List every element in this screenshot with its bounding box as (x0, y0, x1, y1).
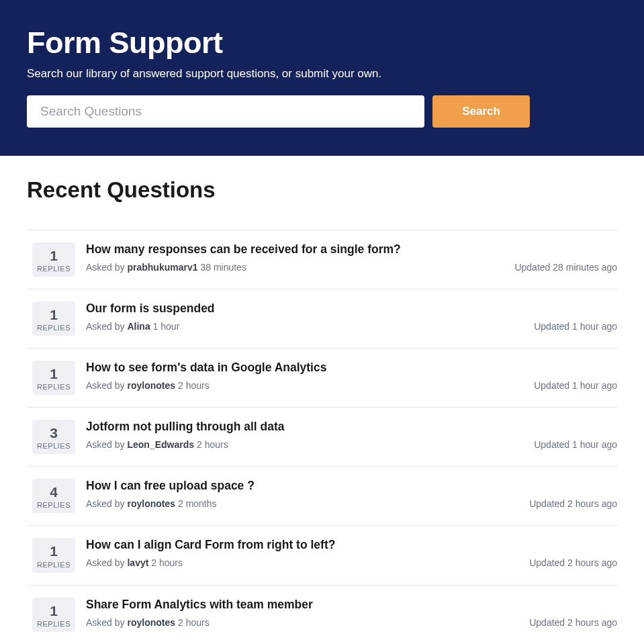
updated-label: Updated (534, 321, 569, 332)
updated-label: Updated (534, 439, 569, 450)
asked-by: Asked by roylonotes 2 hours (86, 617, 210, 628)
replies-badge: 3REPLIES (32, 420, 75, 454)
replies-label: REPLIES (32, 620, 75, 628)
asked-by: Asked by lavyt 2 hours (86, 557, 183, 568)
author-name[interactable]: roylonotes (127, 380, 175, 391)
question-meta: Asked by roylonotes 2 hoursUpdated 2 hou… (86, 617, 617, 628)
asked-ago: 38 minutes (200, 262, 246, 273)
asked-by-label: Asked by (86, 617, 125, 628)
question-title[interactable]: How many responses can be received for a… (86, 242, 617, 257)
asked-ago: 1 hour (153, 321, 180, 332)
asked-by: Asked by Alina 1 hour (86, 321, 179, 332)
question-body: How can I align Card Form from right to … (86, 538, 617, 568)
question-meta: Asked by lavyt 2 hoursUpdated 2 hours ag… (86, 557, 617, 568)
question-body: How many responses can be received for a… (86, 242, 617, 273)
question-list: 1REPLIESHow many responses can be receiv… (27, 230, 617, 644)
asked-ago: 2 months (178, 498, 217, 509)
asked-ago: 2 hours (178, 380, 210, 391)
asked-ago: 2 hours (197, 439, 228, 450)
question-meta: Asked by roylonotes 2 hoursUpdated 1 hou… (86, 380, 617, 391)
question-title[interactable]: How I can free upload space ? (86, 479, 617, 493)
asked-ago: 2 hours (178, 617, 210, 628)
replies-label: REPLIES (32, 501, 75, 509)
replies-label: REPLIES (32, 324, 75, 332)
search-button[interactable]: Search (432, 95, 530, 128)
page-subtitle: Search our library of answered support q… (27, 67, 617, 81)
updated-value: 1 hour ago (572, 380, 617, 391)
updated-ago: Updated 1 hour ago (534, 439, 617, 450)
question-row[interactable]: 1REPLIESHow can I align Card Form from r… (27, 526, 617, 585)
question-body: Jotform not pulling through all dataAske… (86, 420, 617, 450)
replies-badge: 4REPLIES (32, 479, 75, 513)
asked-by-label: Asked by (86, 498, 125, 509)
question-title[interactable]: How can I align Card Form from right to … (86, 538, 617, 552)
question-row[interactable]: 1REPLIESHow many responses can be receiv… (27, 230, 617, 289)
asked-by-label: Asked by (86, 321, 125, 332)
updated-ago: Updated 1 hour ago (534, 321, 617, 332)
question-body: How to see form's data in Google Analyti… (86, 361, 617, 391)
search-input[interactable] (27, 95, 424, 128)
replies-count: 1 (32, 603, 75, 618)
updated-value: 1 hour ago (572, 439, 617, 450)
author-name[interactable]: roylonotes (127, 498, 175, 509)
replies-badge: 1REPLIES (32, 598, 75, 632)
question-meta: Asked by Leon_Edwards 2 hoursUpdated 1 h… (86, 439, 617, 450)
question-row[interactable]: 4REPLIESHow I can free upload space ?Ask… (27, 467, 617, 526)
author-name[interactable]: Leon_Edwards (127, 439, 194, 450)
question-title[interactable]: Jotform not pulling through all data (86, 420, 617, 434)
question-body: Our form is suspendedAsked by Alina 1 ho… (86, 302, 617, 332)
replies-badge: 1REPLIES (32, 242, 75, 277)
updated-value: 2 hours ago (567, 617, 617, 628)
asked-by: Asked by Leon_Edwards 2 hours (86, 439, 228, 450)
replies-count: 3 (32, 425, 75, 441)
asked-by-label: Asked by (86, 439, 125, 450)
question-title[interactable]: Share Form Analytics with team member (86, 598, 617, 612)
updated-ago: Updated 2 hours ago (529, 498, 617, 509)
replies-badge: 1REPLIES (32, 302, 75, 336)
updated-label: Updated (529, 557, 565, 568)
replies-label: REPLIES (32, 383, 75, 391)
replies-count: 1 (32, 248, 75, 263)
page-title: Form Support (27, 26, 617, 60)
updated-label: Updated (534, 380, 569, 391)
updated-ago: Updated 1 hour ago (534, 380, 617, 391)
replies-label: REPLIES (32, 442, 75, 450)
updated-label: Updated (529, 498, 565, 509)
question-row[interactable]: 3REPLIESJotform not pulling through all … (27, 408, 617, 467)
replies-count: 1 (32, 366, 75, 381)
updated-ago: Updated 2 hours ago (529, 557, 617, 568)
updated-label: Updated (529, 617, 565, 628)
question-body: Share Form Analytics with team memberAsk… (86, 598, 617, 628)
updated-ago: Updated 28 minutes ago (514, 262, 617, 273)
asked-by: Asked by prabhukumarv1 38 minutes (86, 262, 246, 273)
updated-value: 1 hour ago (572, 321, 617, 332)
author-name[interactable]: prabhukumarv1 (127, 262, 197, 273)
asked-by-label: Asked by (86, 262, 125, 273)
question-row[interactable]: 1REPLIESShare Form Analytics with team m… (27, 586, 617, 644)
question-meta: Asked by prabhukumarv1 38 minutesUpdated… (86, 262, 617, 273)
recent-questions-heading: Recent Questions (27, 177, 617, 203)
search-row: Search (27, 95, 617, 128)
asked-by-label: Asked by (86, 557, 125, 568)
updated-value: 2 hours ago (567, 557, 617, 568)
replies-label: REPLIES (32, 265, 75, 273)
replies-label: REPLIES (32, 561, 75, 569)
author-name[interactable]: roylonotes (127, 617, 175, 628)
author-name[interactable]: lavyt (127, 557, 148, 568)
question-meta: Asked by Alina 1 hourUpdated 1 hour ago (86, 321, 617, 332)
question-row[interactable]: 1REPLIESHow to see form's data in Google… (27, 349, 617, 408)
question-title[interactable]: Our form is suspended (86, 302, 617, 316)
replies-count: 1 (32, 543, 75, 559)
replies-badge: 1REPLIES (32, 538, 75, 572)
hero-banner: Form Support Search our library of answe… (0, 0, 644, 156)
content-area: Recent Questions 1REPLIESHow many respon… (0, 156, 644, 644)
question-meta: Asked by roylonotes 2 monthsUpdated 2 ho… (86, 498, 617, 509)
asked-by-label: Asked by (86, 380, 125, 391)
question-row[interactable]: 1REPLIESOur form is suspendedAsked by Al… (27, 289, 617, 349)
question-title[interactable]: How to see form's data in Google Analyti… (86, 361, 617, 375)
asked-by: Asked by roylonotes 2 months (86, 498, 217, 509)
asked-ago: 2 hours (151, 557, 183, 568)
replies-badge: 1REPLIES (32, 361, 75, 395)
updated-ago: Updated 2 hours ago (529, 617, 617, 628)
author-name[interactable]: Alina (127, 321, 150, 332)
